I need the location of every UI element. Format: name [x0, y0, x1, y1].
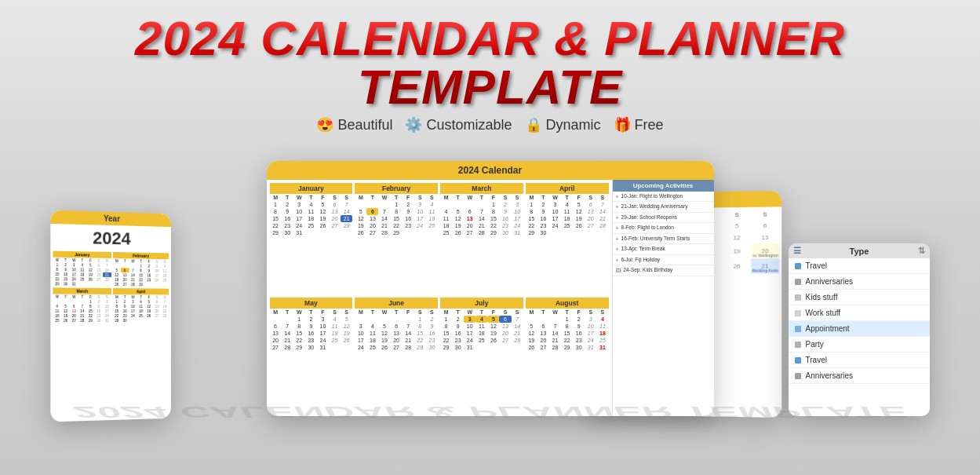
- mini-month-mar: March MTWTFSS 123 45678910 1112131415161…: [53, 287, 111, 323]
- type-item-anniversaries-1[interactable]: Anniversaries: [789, 274, 930, 290]
- activity-icon-4: +: [616, 225, 619, 231]
- activity-item-3: + 29-Jan: School Reopens: [613, 213, 714, 223]
- reflection-text: 2024 CALENDAR & PLANNER TEMPLATE: [73, 403, 906, 422]
- activity-text-5: 16-Feb: University Term Starts: [621, 236, 690, 242]
- activity-text-6: 13-Apr: Term Break: [621, 246, 665, 252]
- month-march: March MTWTFSS 123 45678910 1112131415161…: [440, 183, 523, 295]
- type-item-kids-stuff[interactable]: Kids stuff: [789, 290, 930, 305]
- main-title: 2024 CALENDAR & PLANNER TEMPLATE: [0, 14, 980, 111]
- activity-text-7: 6-Jul: Fiji Holiday: [621, 257, 661, 263]
- activity-item-5: + 16-Feb: University Term Starts: [613, 234, 714, 244]
- activity-item-8: 🖼 24-Sep: Kids Birthday: [613, 265, 714, 276]
- type-header-icon: ☰: [793, 246, 801, 256]
- months-grid: January MTWTFSS 1234567 891011121314 151…: [267, 180, 612, 413]
- activity-text-3: 29-Jan: School Reopens: [621, 214, 677, 221]
- activity-icon-5: +: [616, 236, 619, 242]
- event-anniversary: Wedding Anniversary: [752, 268, 778, 272]
- month-may: May MTWTFSS 12345 6789101112 13141516171…: [270, 298, 353, 410]
- activity-icon-8: 🖼: [616, 268, 621, 273]
- activity-item-7: + 6-Jul: Fiji Holiday: [613, 255, 714, 265]
- mini-month-apr: April MTWTFSS 1234567 891011121314 15161…: [112, 288, 169, 323]
- month-february: February MTWTFSS 1234 567891011 12131415…: [355, 183, 438, 295]
- title-section: 2024 CALENDAR & PLANNER TEMPLATE 😍 Beaut…: [0, 0, 980, 133]
- type-item-appointment[interactable]: Appointment: [789, 321, 930, 337]
- year-overview-card: Year 2024 January MTWTFSS 1234567 891011…: [50, 210, 171, 422]
- activity-text-2: 21-Jan: Wedding Anniversary: [621, 203, 688, 210]
- month-august: August MTWTFSS 1234 567891011 1213141516…: [526, 298, 609, 410]
- activity-text-4: 8-Feb: Flight to London: [621, 225, 674, 231]
- type-sort-icon: ⇅: [918, 246, 925, 256]
- type-list-card: ☰ Type ⇅ Travel Anniversaries Kids stuff…: [789, 243, 930, 416]
- main-calendar-card: 2024 Calendar January MTWTFSS 1234567 89…: [267, 161, 714, 416]
- activity-item-4: + 8-Feb: Flight to London: [613, 223, 714, 233]
- type-item-travel-2[interactable]: Travel: [789, 353, 930, 368]
- activity-icon-7: +: [616, 258, 619, 263]
- activity-icon-1: +: [616, 194, 619, 199]
- subtitle-beautiful: 😍 Beautiful: [316, 116, 392, 133]
- activity-icon-2: +: [616, 204, 619, 210]
- activity-list: + 10-Jan: Flight to Wellington + 21-Jan:…: [613, 192, 714, 276]
- activity-icon-3: +: [616, 215, 619, 221]
- calendar-header: 2024 Calendar: [267, 161, 714, 180]
- subtitle-free: 🎁 Free: [614, 116, 664, 133]
- upcoming-activities-panel: Upcoming Activities + 10-Jan: Flight to …: [612, 180, 714, 413]
- mini-month-feb: February MTWTFSS 1234 567891011 12131415…: [112, 252, 169, 287]
- activity-text-8: 24-Sep: Kids Birthday: [624, 267, 673, 273]
- subtitle-customizable: ⚙️ Customizable: [405, 116, 512, 133]
- type-header-label: Type: [801, 247, 918, 256]
- upcoming-header: Upcoming Activities: [613, 180, 714, 192]
- activity-text-1: 10-Jan: Flight to Wellington: [621, 193, 683, 199]
- year-number: 2024: [50, 224, 171, 252]
- subtitle: 😍 Beautiful ⚙️ Customizable 🔒 Dynamic 🎁 …: [0, 116, 980, 133]
- activity-item-1: + 10-Jan: Flight to Wellington: [613, 192, 714, 202]
- calendar-body: January MTWTFSS 1234567 891011121314 151…: [267, 180, 714, 413]
- subtitle-dynamic: 🔒 Dynamic: [525, 116, 601, 133]
- mini-month-jan: January MTWTFSS 1234567 891011121314 151…: [53, 251, 111, 287]
- type-item-work-stuff[interactable]: Work stuff: [789, 305, 930, 321]
- activity-item-2: + 21-Jan: Wedding Anniversary: [613, 202, 714, 212]
- month-january: January MTWTFSS 1234567 891011121314 151…: [270, 183, 353, 295]
- month-june: June MTWTFSS 12 3456789 10111213141516 1…: [355, 298, 438, 410]
- activity-item-6: + 13-Apr: Term Break: [613, 244, 714, 254]
- type-item-travel-1[interactable]: Travel: [789, 258, 930, 274]
- month-april: April MTWTFSS 1234567 891011121314 15161…: [526, 183, 609, 295]
- type-item-anniversaries-2[interactable]: Anniversaries: [789, 368, 930, 384]
- type-list-header: ☰ Type ⇅: [789, 243, 930, 258]
- month-july: July MTWTFSS 1234567 891011121314 151617…: [440, 298, 523, 410]
- activity-icon-6: +: [616, 247, 619, 252]
- type-item-party[interactable]: Party: [789, 337, 930, 353]
- type-items-list: Travel Anniversaries Kids stuff Work stu…: [789, 258, 930, 384]
- event-wellington: to Wellington: [752, 253, 778, 258]
- mini-months-grid: January MTWTFSS 1234567 891011121314 151…: [50, 249, 171, 324]
